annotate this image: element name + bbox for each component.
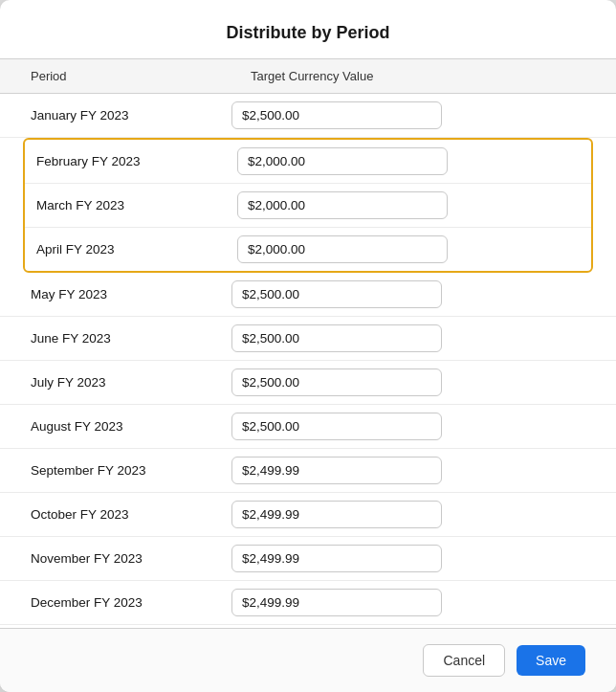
table-row: July FY 2023 [0,361,616,405]
header-value: Target Currency Value [251,69,585,83]
period-label: May FY 2023 [31,287,231,301]
period-label: October FY 2023 [31,507,231,522]
table-row: October FY 2023 [0,493,616,537]
table-row: January FY 2023 [0,94,616,138]
value-input-feb[interactable] [237,147,448,175]
value-input-may[interactable] [231,280,442,308]
period-label: July FY 2023 [31,375,231,390]
table-row: May FY 2023 [0,273,616,317]
table-row: April FY 2023 [25,228,591,271]
period-label: February FY 2023 [36,154,237,168]
period-label: March FY 2023 [36,198,237,212]
table-row: February FY 2023 [25,140,591,184]
period-label: November FY 2023 [31,551,231,566]
table-row: August FY 2023 [0,405,616,449]
value-input-jun[interactable] [231,324,442,352]
table-row: November FY 2023 [0,537,616,581]
table-row: December FY 2023 [0,581,616,625]
table-header: Period Target Currency Value [0,59,616,94]
save-button[interactable]: Save [517,645,585,676]
period-label: December FY 2023 [31,595,231,610]
dialog-footer: Cancel Save [0,628,616,692]
period-label: August FY 2023 [31,419,231,434]
value-input-dec[interactable] [231,589,442,616]
value-input-oct[interactable] [231,501,442,528]
value-input-mar[interactable] [237,191,448,219]
table-body: January FY 2023February FY 2023March FY … [0,94,616,628]
value-input-jan[interactable] [231,101,442,129]
table-row: June FY 2023 [0,317,616,361]
value-input-jul[interactable] [231,368,442,396]
period-label: January FY 2023 [31,108,231,123]
period-label: September FY 2023 [31,463,231,478]
value-input-sep[interactable] [231,457,442,484]
table-row: March FY 2023 [25,184,591,228]
table-row: September FY 2023 [0,449,616,493]
value-input-apr[interactable] [237,235,448,263]
value-input-nov[interactable] [231,545,442,572]
cancel-button[interactable]: Cancel [423,644,505,677]
period-label: June FY 2023 [31,331,231,346]
value-input-aug[interactable] [231,413,442,440]
period-label: April FY 2023 [36,242,237,257]
header-period: Period [31,69,251,83]
dialog-title: Distribute by Period [0,0,616,58]
distribute-by-period-dialog: Distribute by Period Period Target Curre… [0,0,616,692]
highlighted-group: February FY 2023March FY 2023April FY 20… [23,138,593,273]
